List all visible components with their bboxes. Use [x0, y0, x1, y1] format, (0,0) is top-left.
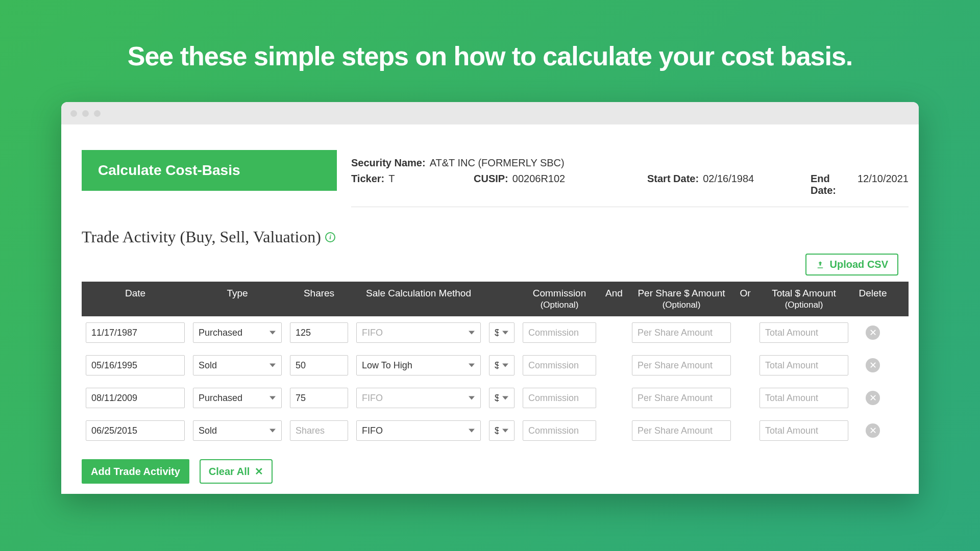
start-date-value: 02/16/1984 [703, 173, 754, 196]
section-title: Trade Activity (Buy, Sell, Valuation) i [82, 228, 909, 246]
ticker-label: Ticker: [351, 173, 384, 196]
type-select[interactable]: Purchased [193, 322, 282, 343]
date-input[interactable] [86, 355, 185, 375]
clear-all-button[interactable]: Clear All ✕ [200, 459, 273, 484]
cusip-label: CUSIP: [474, 173, 508, 196]
pershare-input[interactable] [632, 388, 731, 408]
end-date-label: End Date: [811, 173, 853, 196]
add-trade-button[interactable]: Add Trade Activity [82, 459, 189, 484]
shares-input[interactable] [290, 420, 348, 441]
security-meta: Security Name: AT&T INC (FORMERLY SBC) T… [351, 150, 909, 207]
pershare-input[interactable] [632, 355, 731, 375]
col-date: Date [82, 288, 189, 310]
method-select[interactable]: FIFO [356, 322, 481, 343]
app-window: Calculate Cost-Basis Security Name: AT&T… [61, 102, 919, 494]
total-input[interactable] [760, 388, 848, 408]
pershare-input[interactable] [632, 420, 731, 441]
col-or: Or [735, 288, 755, 310]
shares-input[interactable] [290, 355, 348, 375]
date-input[interactable] [86, 388, 185, 408]
calculate-banner: Calculate Cost-Basis [82, 150, 337, 191]
security-name-label: Security Name: [351, 157, 426, 169]
section-title-text: Trade Activity (Buy, Sell, Valuation) [82, 228, 321, 246]
ticker-value: T [388, 173, 395, 196]
commission-input[interactable] [523, 322, 596, 343]
end-date-value: 12/10/2021 [857, 173, 909, 196]
total-input[interactable] [760, 355, 848, 375]
col-delete: Delete [852, 288, 893, 310]
col-pershare: Per Share $ Amount(Optional) [628, 288, 735, 310]
table-row: Purchased FIFO $ ✕ [82, 316, 909, 349]
col-commission: Commission(Optional) [519, 288, 600, 310]
currency-select[interactable]: $ [489, 322, 514, 343]
shares-input[interactable] [290, 322, 348, 343]
start-date-label: Start Date: [647, 173, 699, 196]
info-icon[interactable]: i [325, 232, 335, 242]
currency-select[interactable]: $ [489, 355, 514, 375]
traffic-light-max-icon [94, 110, 101, 117]
col-total: Total $ Amount(Optional) [755, 288, 852, 310]
col-and: And [600, 288, 628, 310]
table-header: Date Type Shares Sale Calculation Method… [82, 282, 909, 316]
total-input[interactable] [760, 322, 848, 343]
upload-csv-label: Upload CSV [830, 259, 888, 270]
total-input[interactable] [760, 420, 848, 441]
traffic-light-close-icon [70, 110, 77, 117]
traffic-light-min-icon [82, 110, 89, 117]
delete-row-button[interactable]: ✕ [866, 391, 880, 405]
table-row: Sold Low To High $ ✕ [82, 349, 909, 382]
commission-input[interactable] [523, 388, 596, 408]
upload-icon [816, 260, 825, 269]
type-select[interactable]: Sold [193, 355, 282, 375]
pershare-input[interactable] [632, 322, 731, 343]
trade-table: Date Type Shares Sale Calculation Method… [82, 282, 909, 447]
method-select[interactable]: FIFO [356, 420, 481, 441]
hero-title: See these simple steps on how to calcula… [0, 0, 980, 102]
cusip-value: 00206R102 [512, 173, 565, 196]
col-method: Sale Calculation Method [352, 288, 485, 310]
currency-select[interactable]: $ [489, 420, 514, 441]
close-icon: ✕ [255, 465, 263, 478]
date-input[interactable] [86, 322, 185, 343]
delete-row-button[interactable]: ✕ [866, 358, 880, 372]
commission-input[interactable] [523, 355, 596, 375]
security-name-value: AT&T INC (FORMERLY SBC) [430, 157, 565, 169]
commission-input[interactable] [523, 420, 596, 441]
upload-csv-button[interactable]: Upload CSV [805, 254, 898, 276]
type-select[interactable]: Sold [193, 420, 282, 441]
table-row: Purchased FIFO $ ✕ [82, 382, 909, 414]
method-select[interactable]: FIFO [356, 388, 481, 408]
shares-input[interactable] [290, 388, 348, 408]
type-select[interactable]: Purchased [193, 388, 282, 408]
table-row: Sold FIFO $ ✕ [82, 414, 909, 447]
col-type: Type [189, 288, 286, 310]
currency-select[interactable]: $ [489, 388, 514, 408]
date-input[interactable] [86, 420, 185, 441]
delete-row-button[interactable]: ✕ [866, 325, 880, 340]
clear-all-label: Clear All [209, 466, 250, 478]
window-titlebar [61, 102, 919, 124]
col-shares: Shares [286, 288, 352, 310]
method-select[interactable]: Low To High [356, 355, 481, 375]
delete-row-button[interactable]: ✕ [866, 423, 880, 438]
